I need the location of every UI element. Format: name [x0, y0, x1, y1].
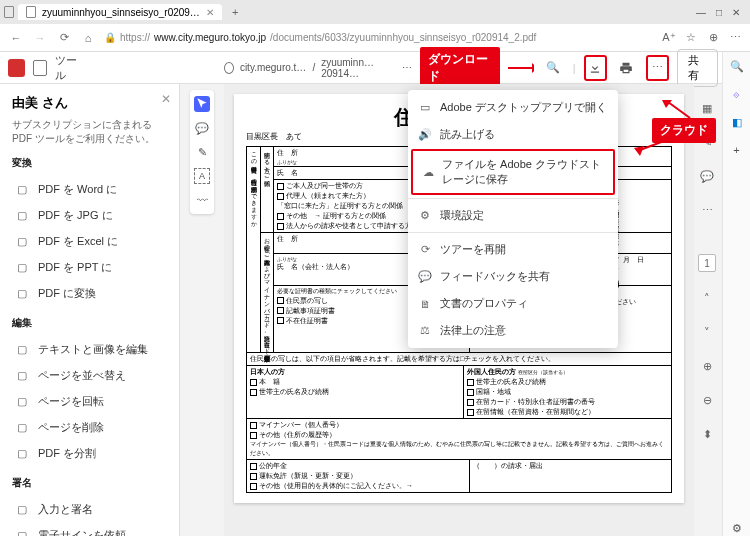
sign-icon: ▢ — [14, 527, 30, 536]
form-checkbox-row: 世帯主の氏名及び続柄 — [250, 387, 460, 397]
ctx-label: 読み上げる — [440, 127, 495, 142]
page-down-icon[interactable]: ˅ — [699, 324, 715, 340]
draw-icon[interactable]: 〰 — [194, 192, 210, 208]
breadcrumb: city.meguro.t… / zyuuminn…20914… ⋯ — [224, 57, 413, 79]
tool-item[interactable]: ▢ページを並べ替え — [12, 362, 167, 388]
favorite-icon[interactable]: ☆ — [684, 31, 698, 45]
crumb-more-icon[interactable]: ⋯ — [402, 62, 412, 73]
comment-panel-icon[interactable]: 💬 — [699, 168, 715, 184]
ctx-label: Adobe デスクトップアプリで開く — [440, 100, 607, 115]
mynum-note: マイナンバー（個人番号）・住民票コードは重要な個人情報のため、むやみに住民票の写… — [250, 441, 664, 456]
tool-label: 電子サインを依頼 — [38, 528, 126, 537]
ctx-item-6[interactable]: 🗎文書のプロパティ — [408, 290, 618, 317]
ctx-separator — [408, 232, 618, 233]
tool-label: ページを削除 — [38, 420, 104, 435]
tools-icon[interactable] — [33, 60, 48, 76]
window-maximize[interactable]: □ — [716, 7, 722, 18]
more-panel-icon[interactable]: ⋯ — [699, 202, 715, 218]
forward-button[interactable]: → — [32, 30, 48, 46]
comment-icon[interactable]: 💬 — [194, 120, 210, 136]
tab-close-icon[interactable]: ✕ — [206, 7, 214, 18]
ctx-item-4[interactable]: ⟳ツアーを再開 — [408, 236, 618, 263]
reader-icon[interactable]: A⁺ — [662, 31, 676, 45]
tool-label: PDF を Word に — [38, 182, 117, 197]
tool-item[interactable]: ▢ページを削除 — [12, 414, 167, 440]
panel-icon[interactable]: ▦ — [699, 100, 715, 116]
form-checkbox-row: 運転免許（新規・更新・変更） — [250, 471, 466, 481]
share-button[interactable]: 共有 — [677, 49, 718, 87]
tool-item[interactable]: ▢ページを回転 — [12, 388, 167, 414]
ctx-item-0[interactable]: ▭Adobe デスクトップアプリで開く — [408, 94, 618, 121]
convert-icon: ▢ — [14, 207, 30, 223]
zoom-in-icon[interactable]: ⊕ — [699, 358, 715, 374]
ctx-label: ファイルを Adobe クラウドストレージに保存 — [442, 157, 603, 187]
pdf-right-toolbar: ▦ ✎ 💬 ⋯ 1 ˄ ˅ ⊕ ⊖ ⬍ — [694, 100, 720, 442]
adobe-toolbar: ツール city.meguro.t… / zyuuminn…20914… ⋯ ダ… — [0, 52, 750, 84]
browser-tab[interactable]: zyuuminnhyou_sinnseisyo_r0209… ✕ — [18, 4, 222, 20]
tool-item[interactable]: ▢PDF を分割 — [12, 440, 167, 466]
tool-label: PDF に変換 — [38, 286, 96, 301]
copilot-icon[interactable]: ⟐ — [729, 86, 745, 102]
zoom-button[interactable]: 🔍 — [542, 55, 565, 81]
ctx-item-7[interactable]: ⚖法律上の注意 — [408, 317, 618, 344]
page-icon — [4, 6, 14, 18]
tool-label: PDF を PPT に — [38, 260, 112, 275]
svg-line-2 — [668, 102, 690, 118]
tool-item[interactable]: ▢PDF に変換 — [12, 280, 167, 306]
outlook-icon[interactable]: ◧ — [729, 114, 745, 130]
settings-sidebar-icon[interactable]: ⚙ — [729, 520, 745, 536]
crumb-file[interactable]: zyuuminn…20914… — [321, 57, 396, 79]
search-sidebar-icon[interactable]: 🔍 — [729, 58, 745, 74]
convert-icon: ▢ — [14, 285, 30, 301]
print-button[interactable] — [615, 55, 638, 81]
ctx-item-2[interactable]: ☁ファイルを Adobe クラウドストレージに保存 — [411, 149, 615, 195]
tool-item[interactable]: ▢PDF を Excel に — [12, 228, 167, 254]
highlight-icon[interactable]: ✎ — [194, 144, 210, 160]
form-checkbox-row: 公的年金 — [250, 461, 466, 471]
purpose-right: （ ）の請求・届出 — [469, 460, 671, 493]
crumb-sep: / — [312, 62, 315, 73]
tool-item[interactable]: ▢PDF を PPT に — [12, 254, 167, 280]
proxy3: その他 → 証明する方との関係 — [286, 212, 386, 219]
window-minimize[interactable]: — — [696, 7, 706, 18]
section-sign: 署名 — [12, 476, 167, 490]
left-vertical-rel: 証明する方とご関係 — [264, 148, 271, 176]
home-button[interactable]: ⌂ — [80, 30, 96, 46]
edit-icon: ▢ — [14, 393, 30, 409]
panel-close-icon[interactable]: ✕ — [161, 92, 171, 106]
collections-icon[interactable]: ⊕ — [706, 31, 720, 45]
back-button[interactable]: ← — [8, 30, 24, 46]
tool-item[interactable]: ▢PDF を JPG に — [12, 202, 167, 228]
tools-label[interactable]: ツール — [55, 53, 85, 83]
url-field[interactable]: 🔒 https://www.city.meguro.tokyo.jp/docum… — [104, 32, 654, 43]
window-close[interactable]: ✕ — [732, 7, 740, 18]
cursor-icon[interactable] — [194, 96, 210, 112]
page-up-icon[interactable]: ˄ — [699, 290, 715, 306]
plus-icon[interactable]: + — [729, 142, 745, 158]
other-item: その他（住所の履歴等） — [259, 431, 336, 438]
ctx-label: ツアーを再開 — [440, 242, 506, 257]
tool-item[interactable]: ▢入力と署名 — [12, 496, 167, 522]
ctx-item-3[interactable]: ⚙環境設定 — [408, 202, 618, 229]
ctx-item-5[interactable]: 💬フィードバックを共有 — [408, 263, 618, 290]
tool-item[interactable]: ▢テキストと画像を編集 — [12, 336, 167, 362]
instr: 住民票の写しは、以下の項目が省略されます。記載を希望する方は□チェックを入れてく… — [247, 353, 672, 366]
window-titlebar: zyuuminnhyou_sinnseisyo_r0209… ✕ + — □ ✕ — [0, 0, 750, 24]
page-number[interactable]: 1 — [698, 254, 716, 272]
furigana2: ふりがな — [277, 256, 297, 262]
ctx-item-1[interactable]: 🔊読み上げる — [408, 121, 618, 148]
fg-zairyu: 在留区分（該当する） — [518, 369, 568, 375]
refresh-button[interactable]: ⟳ — [56, 30, 72, 46]
settings-menu-icon[interactable]: ⋯ — [728, 31, 742, 45]
more-actions-button[interactable]: ⋯ — [646, 55, 669, 81]
download-button[interactable] — [584, 55, 607, 81]
tool-item[interactable]: ▢電子サインを依頼 — [12, 522, 167, 536]
zoom-out-icon[interactable]: ⊖ — [699, 392, 715, 408]
crumb-site[interactable]: city.meguro.t… — [240, 62, 307, 73]
new-tab-button[interactable]: + — [226, 6, 244, 18]
form-checkbox-row: 本 籍 — [250, 377, 460, 387]
tool-item[interactable]: ▢PDF を Word に — [12, 176, 167, 202]
text-icon[interactable]: A — [194, 168, 210, 184]
fit-icon[interactable]: ⬍ — [699, 426, 715, 442]
section-edit: 編集 — [12, 316, 167, 330]
